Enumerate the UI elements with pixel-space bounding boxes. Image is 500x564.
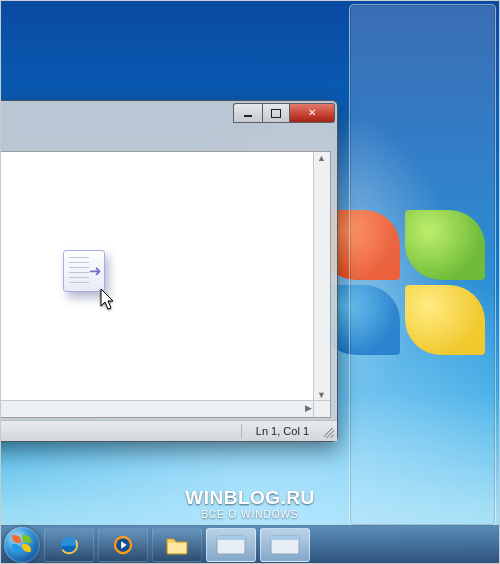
drag-file-icon	[63, 250, 105, 292]
taskbar[interactable]	[0, 525, 500, 564]
window-thumb-icon	[270, 535, 300, 555]
watermark: WINBLOG.RU ВСЕ О WINDOWS	[185, 487, 315, 520]
folder-icon	[165, 535, 189, 555]
taskbar-pin-explorer[interactable]	[152, 528, 202, 562]
taskbar-pin-ie[interactable]	[44, 528, 94, 562]
svg-rect-8	[271, 536, 299, 540]
status-bar: Ln 1, Col 1	[0, 420, 337, 441]
svg-rect-6	[217, 536, 245, 540]
desktop: ✕ lp Ln 1, Col 1 WINBLOG.RU ВСЕ О WINDOW…	[0, 0, 500, 564]
text-area[interactable]	[0, 151, 331, 418]
watermark-subtitle: ВСЕ О WINDOWS	[185, 509, 315, 520]
taskbar-running-2[interactable]	[260, 528, 310, 562]
horizontal-scrollbar[interactable]	[0, 400, 314, 417]
window-thumb-icon	[216, 535, 246, 555]
taskbar-pin-wmp[interactable]	[98, 528, 148, 562]
watermark-title: WINBLOG.RU	[185, 487, 315, 509]
resize-grip[interactable]	[313, 400, 330, 417]
menu-bar[interactable]: lp	[0, 129, 337, 147]
maximize-button[interactable]	[262, 103, 290, 123]
minimize-button[interactable]	[233, 103, 262, 123]
status-caret-position: Ln 1, Col 1	[256, 425, 309, 437]
svg-rect-4	[168, 543, 186, 553]
taskbar-running-1[interactable]	[206, 528, 256, 562]
close-button[interactable]: ✕	[290, 103, 335, 123]
start-button[interactable]	[4, 527, 40, 563]
notepad-window[interactable]: ✕ lp Ln 1, Col 1	[0, 100, 338, 442]
titlebar[interactable]: ✕	[0, 101, 337, 129]
ie-icon	[58, 534, 80, 556]
wmp-icon	[112, 534, 134, 556]
aero-snap-preview	[349, 4, 496, 526]
vertical-scrollbar[interactable]	[313, 152, 330, 401]
